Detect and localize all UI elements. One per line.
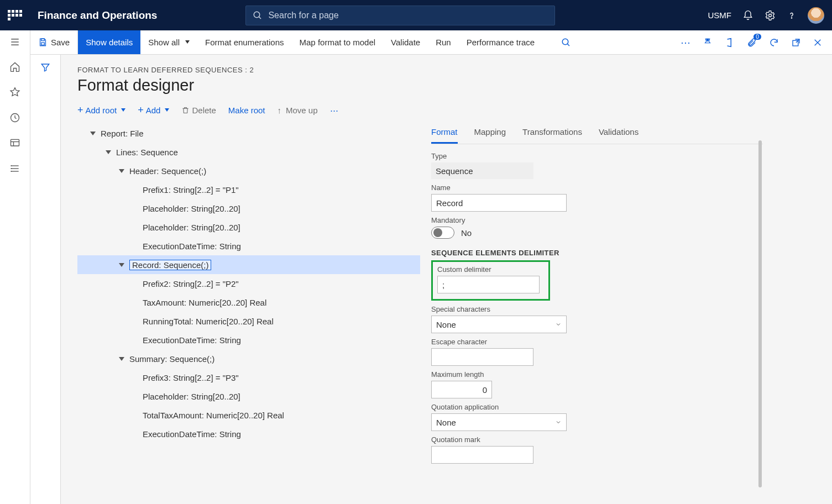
tree-row[interactable]: Placeholder: String[20..20]: [77, 218, 420, 237]
mandatory-state: No: [461, 228, 472, 238]
tree-row[interactable]: Prefix2: String[2..2] = "P2": [77, 274, 420, 293]
favorites-icon[interactable]: [9, 87, 20, 98]
tab-format[interactable]: Format: [431, 124, 458, 144]
save-button[interactable]: Save: [30, 30, 78, 54]
more-tree-actions[interactable]: ⋯: [330, 106, 338, 116]
tree-row[interactable]: Report: File: [77, 124, 420, 143]
delete-button[interactable]: Delete: [181, 106, 216, 115]
move-up-button[interactable]: Move up: [278, 106, 318, 115]
left-navigation-rail: [0, 30, 30, 504]
tree-row[interactable]: RunningTotal: Numeric[20..20] Real: [77, 312, 420, 330]
maxlen-input[interactable]: [431, 381, 492, 398]
add-button[interactable]: + Add: [138, 104, 169, 116]
move-up-label: Move up: [286, 106, 318, 115]
action-search-button[interactable]: [553, 30, 579, 54]
app-launcher-icon[interactable]: [8, 10, 24, 20]
name-input[interactable]: [431, 194, 567, 212]
home-icon[interactable]: [9, 61, 20, 72]
notifications-icon[interactable]: [742, 10, 753, 21]
filter-icon[interactable]: [40, 62, 50, 72]
more-actions-button[interactable]: ⋯: [681, 36, 690, 49]
settings-icon[interactable]: [765, 10, 776, 21]
popout-icon[interactable]: [791, 38, 801, 48]
tree-node-label: ExecutionDateTime: String: [143, 429, 241, 439]
svg-line-1: [259, 17, 261, 19]
map-format-button[interactable]: Map format to model: [292, 30, 384, 54]
mandatory-toggle[interactable]: [431, 227, 454, 239]
tree-row[interactable]: ExecutionDateTime: String: [77, 237, 420, 255]
add-label: Add: [146, 106, 161, 115]
validate-button[interactable]: Validate: [383, 30, 428, 54]
tree-row[interactable]: Placeholder: String[20..20]: [77, 387, 420, 406]
hamburger-icon[interactable]: [9, 37, 20, 47]
tab-mapping[interactable]: Mapping: [474, 124, 506, 144]
tree-row[interactable]: Placeholder: String[20..20]: [77, 199, 420, 218]
panel-scrollbar[interactable]: [758, 140, 762, 487]
tree-row[interactable]: Lines: Sequence: [77, 143, 420, 161]
chevron-down-icon: [555, 419, 562, 426]
expand-caret-icon[interactable]: [117, 166, 126, 175]
quot-app-label: Quotation application: [431, 403, 763, 411]
show-all-button[interactable]: Show all: [140, 30, 197, 54]
tree-row[interactable]: Prefix3: String[2..2] = "P3": [77, 368, 420, 387]
company-selector[interactable]: USMF: [708, 11, 732, 20]
map-format-label: Map format to model: [300, 38, 376, 47]
tree-row[interactable]: Prefix1: String[2..2] = "P1": [77, 180, 420, 199]
format-enumerations-button[interactable]: Format enumerations: [197, 30, 292, 54]
escape-input[interactable]: [431, 348, 533, 366]
recent-icon[interactable]: [9, 112, 20, 123]
action-bar: Save Show details Show all Format enumer…: [0, 30, 832, 55]
refresh-icon[interactable]: [769, 38, 779, 48]
show-all-label: Show all: [148, 38, 180, 47]
properties-panel: Format Mapping Transformations Validatio…: [420, 124, 763, 504]
modules-icon[interactable]: [9, 163, 20, 174]
run-label: Run: [436, 38, 451, 47]
tree-node-label: Placeholder: String[20..20]: [143, 223, 240, 232]
quot-mark-label: Quotation mark: [431, 435, 763, 444]
office-icon[interactable]: [725, 38, 735, 48]
tree-row[interactable]: ExecutionDateTime: String: [77, 424, 420, 443]
quot-mark-input[interactable]: [431, 446, 533, 464]
delete-label: Delete: [192, 106, 216, 115]
custom-delimiter-input[interactable]: [437, 276, 540, 293]
quot-app-value: None: [436, 418, 456, 427]
special-chars-select[interactable]: None: [431, 316, 567, 333]
svg-marker-21: [707, 39, 709, 41]
global-search[interactable]: Search for a page: [245, 6, 555, 25]
tree-row[interactable]: TotalTaxAmount: Numeric[20..20] Real: [77, 406, 420, 424]
expand-caret-icon[interactable]: [117, 354, 126, 363]
tree-row[interactable]: Header: Sequence(;): [77, 161, 420, 180]
format-tree[interactable]: Report: FileLines: SequenceHeader: Seque…: [77, 124, 420, 504]
help-icon[interactable]: [787, 11, 797, 20]
quot-app-select[interactable]: None: [431, 413, 567, 431]
run-button[interactable]: Run: [428, 30, 459, 54]
make-root-button[interactable]: Make root: [228, 106, 265, 115]
tree-toolbar: + Add root + Add Delete Make root Move u…: [77, 104, 832, 116]
tree-row[interactable]: TaxAmount: Numeric[20..20] Real: [77, 293, 420, 312]
chevron-down-icon: [555, 321, 562, 328]
maxlen-label: Maximum length: [431, 370, 763, 379]
expand-caret-icon[interactable]: [104, 148, 113, 156]
tab-transformations[interactable]: Transformations: [522, 124, 582, 144]
top-navbar: Finance and Operations Search for a page…: [0, 0, 832, 30]
save-icon: [38, 38, 48, 47]
expand-caret-icon[interactable]: [88, 129, 97, 138]
tree-row[interactable]: ExecutionDateTime: String: [77, 330, 420, 349]
special-chars-label: Special characters: [431, 305, 763, 313]
tree-row[interactable]: Record: Sequence(;): [77, 255, 420, 274]
show-details-button[interactable]: Show details: [78, 30, 140, 54]
tree-node-label: RunningTotal: Numeric[20..20] Real: [143, 317, 274, 326]
svg-point-14: [11, 166, 12, 166]
pin-icon[interactable]: [703, 38, 713, 48]
tree-row[interactable]: Summary: Sequence(;): [77, 349, 420, 368]
add-root-button[interactable]: + Add root: [77, 104, 125, 116]
attachments-icon[interactable]: 0: [747, 37, 757, 48]
user-avatar[interactable]: [808, 7, 824, 24]
name-label: Name: [431, 183, 763, 192]
svg-point-19: [562, 39, 568, 45]
expand-caret-icon[interactable]: [117, 260, 126, 269]
workspaces-icon[interactable]: [9, 138, 20, 149]
tab-validations[interactable]: Validations: [599, 124, 639, 144]
close-icon[interactable]: [813, 38, 822, 47]
performance-trace-button[interactable]: Performance trace: [459, 30, 542, 54]
